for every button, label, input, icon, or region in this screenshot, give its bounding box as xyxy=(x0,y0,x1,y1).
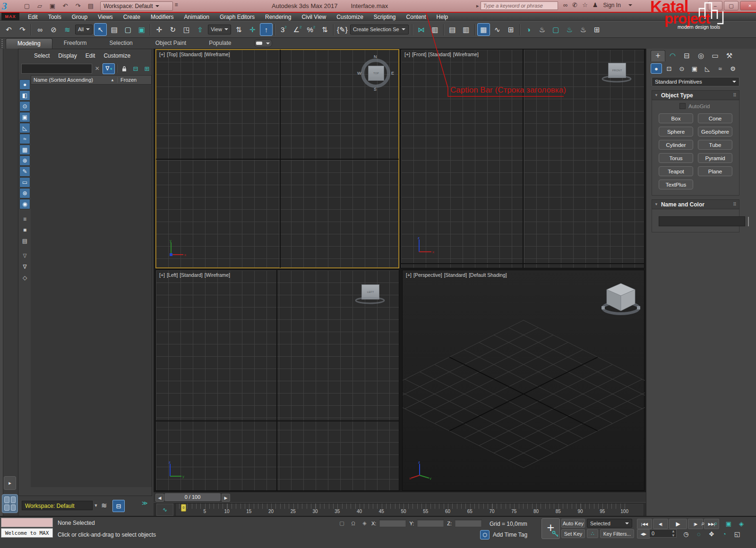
menu-item[interactable]: Customize xyxy=(331,13,369,21)
ribbon-display-dropdown[interactable] xyxy=(254,39,272,47)
explorer-search-input[interactable] xyxy=(21,64,92,74)
menu-item[interactable]: Edit xyxy=(23,13,43,21)
time-slider[interactable]: 0 xyxy=(181,504,186,512)
open-file-button[interactable]: ▱ xyxy=(34,1,45,10)
select-place-icon[interactable]: ⇧ xyxy=(194,23,206,36)
spinner-snap-icon[interactable]: ⇅ xyxy=(318,23,331,36)
search-arrow-icon[interactable]: ▸ xyxy=(476,3,479,9)
dock-edge[interactable] xyxy=(0,49,3,516)
render-iterative-icon[interactable]: ♨ xyxy=(577,23,590,36)
sign-in-caret-icon[interactable] xyxy=(626,2,632,9)
zoom-extents-icon[interactable]: ▣ xyxy=(723,519,734,528)
create-shapes-icon[interactable]: ⊡ xyxy=(663,63,675,74)
primitive-button[interactable]: Plane xyxy=(698,166,732,176)
restore-button[interactable]: ▢ xyxy=(724,1,739,10)
ribbon-tab[interactable]: Object Paint xyxy=(144,38,198,48)
primitive-button[interactable]: Cylinder xyxy=(659,140,693,150)
explorer-display-lights-icon[interactable]: ⊙ xyxy=(19,101,30,111)
primitive-button[interactable]: Box xyxy=(659,113,693,123)
zoom-all-icon[interactable]: ⌕ xyxy=(710,519,722,528)
select-rotate-icon[interactable]: ↻ xyxy=(166,23,179,36)
explorer-hidden-list-icon[interactable]: ▤ xyxy=(19,236,30,246)
tab-utilities[interactable]: ⚒ xyxy=(722,50,736,61)
add-time-tag[interactable]: Add Time Tag xyxy=(493,531,527,538)
app-logo-icon[interactable]: 3 xyxy=(2,0,18,11)
x-coordinate-field[interactable] xyxy=(379,519,406,527)
undo-icon[interactable]: ↶ xyxy=(2,23,15,36)
favorites-icon[interactable]: ☆ xyxy=(582,1,588,9)
time-config-icon[interactable]: ◷ xyxy=(680,529,692,539)
snap-3d-icon[interactable]: 32 xyxy=(277,23,290,36)
create-helpers-icon[interactable]: ◺ xyxy=(702,63,713,74)
reference-coordinate-dropdown[interactable]: View xyxy=(208,25,231,34)
material-editor-icon[interactable]: ◑ xyxy=(522,23,535,36)
arc-rotate-icon[interactable]: ◔ xyxy=(719,529,730,539)
select-manipulate-icon[interactable]: ✛ xyxy=(246,23,259,36)
frame-counter[interactable]: 0 / 100 xyxy=(164,493,221,501)
current-frame-spinner[interactable]: ▲▼ xyxy=(649,529,677,538)
viewport-label-segment[interactable]: [Front] xyxy=(412,51,426,57)
percent-snap-icon[interactable]: %2 xyxy=(305,23,318,36)
viewport-layout-tabs-icon[interactable] xyxy=(2,494,18,513)
project-workspace-button[interactable]: ▤ xyxy=(86,1,96,10)
create-geometry-icon[interactable]: ● xyxy=(651,63,662,74)
mini-curve-icon[interactable]: ∿ xyxy=(156,504,173,516)
snaps-toggle-icon[interactable]: ↑ xyxy=(260,23,273,36)
layer-explorer-toggle-icon[interactable]: ▥ xyxy=(460,23,472,36)
minimize-button[interactable]: – xyxy=(708,1,722,10)
explorer-display-materials-icon[interactable]: ⊛ xyxy=(19,188,30,198)
key-mode-icon[interactable]: ∴ xyxy=(587,529,598,538)
render-setup-icon[interactable]: ♨ xyxy=(536,23,549,36)
clear-search-icon[interactable]: ✕ xyxy=(94,65,101,72)
redo-icon[interactable]: ↷ xyxy=(16,23,29,36)
select-link-icon[interactable]: ∞ xyxy=(34,23,46,36)
viewport-label-segment[interactable]: [+] xyxy=(404,51,410,57)
viewport-label-segment[interactable]: [Wireframe] xyxy=(204,51,230,57)
column-frozen[interactable]: Frozen xyxy=(117,77,149,83)
search-help-icon[interactable]: ∞ xyxy=(563,1,567,9)
explorer-filter-button[interactable]: ∇◂ xyxy=(103,63,115,74)
menu-item[interactable]: Help xyxy=(431,13,454,21)
zoom-icon[interactable]: ⌕ xyxy=(697,519,709,528)
tab-hierarchy[interactable]: ⊟ xyxy=(680,50,694,61)
rectangular-selection-icon[interactable]: ▢ xyxy=(121,23,134,36)
explorer-sort-list-icon[interactable]: ≡ xyxy=(19,214,30,224)
sort-arrow-icon[interactable]: ▲ xyxy=(111,78,114,82)
workspace-dropdown[interactable]: Workspace: Default xyxy=(100,1,173,11)
y-coordinate-field[interactable] xyxy=(417,519,444,527)
explorer-display-bones-icon[interactable]: ✎ xyxy=(19,166,30,177)
max-logo-chip[interactable]: MAX xyxy=(1,13,19,20)
viewport-label-segment[interactable]: [Standard] xyxy=(428,51,451,57)
viewport-perspective[interactable]: [+][Perspective][Standard][Default Shadi… xyxy=(402,270,644,491)
save-file-button[interactable]: ▣ xyxy=(47,1,58,10)
drag-dots-icon[interactable]: ⠿ xyxy=(733,202,737,207)
angle-snap-icon[interactable]: ∠2 xyxy=(291,23,304,36)
pan-hand-icon[interactable]: ✥ xyxy=(706,529,717,539)
primitive-button[interactable]: Pyramid xyxy=(698,153,732,163)
primitive-button[interactable]: TextPlus xyxy=(659,180,693,189)
lock-icon[interactable] xyxy=(120,64,129,73)
viewcube-face[interactable]: TOP xyxy=(368,66,384,81)
menu-item[interactable]: Rendering xyxy=(260,13,296,21)
viewport-label-segment[interactable]: [Left] xyxy=(167,272,178,278)
viewport-top[interactable]: [+][Top][Standard][Wireframe] N S W E TO… xyxy=(155,49,399,268)
explorer-new-container-icon[interactable]: ◇ xyxy=(19,273,30,283)
selection-lock-icon[interactable]: Ω xyxy=(349,519,358,527)
explorer-menu[interactable]: Edit xyxy=(81,52,100,59)
maxscript-mini-listener[interactable] xyxy=(1,518,53,527)
create-lights-icon[interactable]: ⊙ xyxy=(676,63,687,74)
drag-dots-icon[interactable]: ⠿ xyxy=(733,93,737,98)
viewcube-3d[interactable] xyxy=(600,281,642,317)
spinner-arrows-icon[interactable]: ▲▼ xyxy=(671,529,676,538)
menu-item[interactable]: Graph Editors xyxy=(215,13,260,21)
viewport-front[interactable]: [+][Front][Standard][Wireframe] FRONT z … xyxy=(401,49,644,268)
ribbon-tab[interactable]: Populate xyxy=(198,38,242,48)
explorer-display-containers-icon[interactable]: ▭ xyxy=(19,177,30,188)
menu-item[interactable]: Create xyxy=(118,13,146,21)
menu-item[interactable]: Content xyxy=(401,13,431,21)
create-spacewarps-icon[interactable]: ≈ xyxy=(714,63,726,74)
redo-button[interactable]: ↷ xyxy=(73,1,83,10)
expand-rail-button[interactable]: ▸ xyxy=(4,476,16,490)
unlink-selection-icon[interactable]: ⊘ xyxy=(47,23,60,36)
workspace-caret-icon[interactable]: ▼ xyxy=(93,501,99,510)
